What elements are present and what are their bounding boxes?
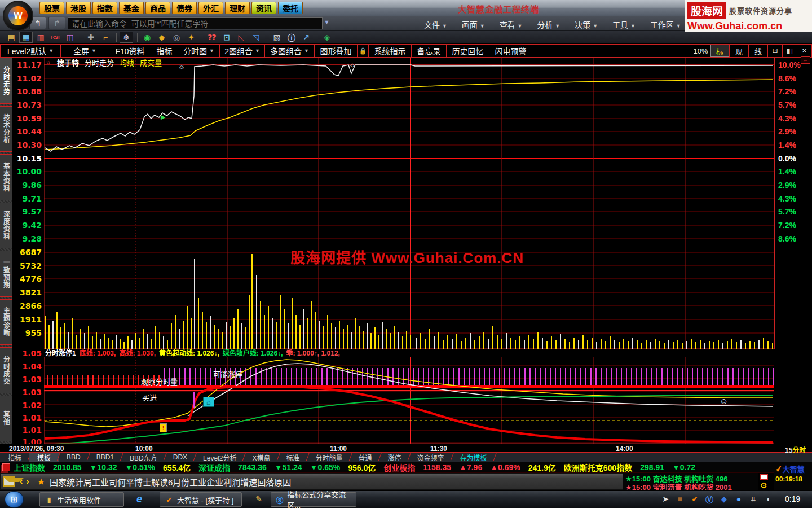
open-folder-icon[interactable]: ▤ xyxy=(5,32,18,43)
traffic-light-icon[interactable]: ◉ xyxy=(140,32,154,43)
warning-icon[interactable]: ◆ xyxy=(155,32,169,43)
taskbar-button-1[interactable]: ✔大智慧 - [搜于特 ] xyxy=(160,492,242,507)
dock-window-button[interactable]: ◧ xyxy=(783,44,797,58)
taskbar-button-2[interactable]: Ⓢ指标公式分享交流区... xyxy=(271,492,356,507)
view-tab-备忘录[interactable]: 备忘录 xyxy=(412,44,447,58)
lock-icon[interactable]: 🔒 xyxy=(358,44,369,58)
chart-question-icon[interactable]: ⁇ xyxy=(205,32,219,43)
indicator-tab-BBD1[interactable]: BBD1 xyxy=(89,453,122,462)
view-tab-分时图[interactable]: 分时图 ▼ xyxy=(178,44,220,58)
chart-mode-线[interactable]: 线 xyxy=(749,44,768,58)
ruler-icon[interactable]: ⌐ xyxy=(99,32,112,43)
v-app-icon[interactable]: Ⓥ xyxy=(704,493,715,505)
market-tab-3[interactable]: 基金 xyxy=(119,2,144,14)
market-tab-0[interactable]: 股票 xyxy=(39,2,64,14)
network-icon[interactable]: ⌗ xyxy=(748,493,759,505)
forward-button[interactable]: ↱ xyxy=(48,17,65,29)
news-ticker[interactable]: ‹ › ★ 国家统计局工业司何平博士解读6月份工业企业利润增速回落原因 xyxy=(0,473,623,490)
snowflake-icon[interactable]: ❄ xyxy=(120,32,133,43)
ie-icon[interactable]: e xyxy=(134,493,145,505)
command-input[interactable] xyxy=(68,17,323,29)
indicator-tab-资金频率[interactable]: 资金频率 xyxy=(409,453,452,462)
axis-corner-icon[interactable]: ← xyxy=(801,56,810,64)
menu-工具[interactable]: 工具 ▼ xyxy=(612,19,636,30)
indicator-tab-涨停[interactable]: 涨停 xyxy=(380,453,409,462)
market-tab-8[interactable]: 资讯 xyxy=(251,2,276,14)
alert-grid-icon[interactable] xyxy=(760,474,768,480)
pointer-icon[interactable]: ➤ xyxy=(660,493,671,505)
set-square-icon[interactable]: ◺ xyxy=(235,32,248,43)
menu-查看[interactable]: 查看 ▼ xyxy=(500,19,523,30)
market-tab-4[interactable]: 商品 xyxy=(145,2,170,14)
market-tab-9[interactable]: 委托 xyxy=(278,2,303,14)
menu-文件[interactable]: 文件 ▼ xyxy=(424,19,447,30)
start-button[interactable]: ⊞ xyxy=(5,491,24,508)
view-tab-系统指示[interactable]: 系统指示 xyxy=(369,44,412,58)
sidebar-item-一致预期[interactable]: 一致预期 xyxy=(0,251,12,297)
command-dropdown-icon[interactable]: ▼ xyxy=(324,19,330,25)
taskbar-button-0[interactable]: ▮生活常用软件 xyxy=(39,492,124,507)
rsi-indicator-icon[interactable]: RSI xyxy=(48,32,62,43)
menu-分析[interactable]: 分析 ▼ xyxy=(537,19,560,30)
market-tab-5[interactable]: 债券 xyxy=(172,2,197,14)
news-next-icon[interactable]: › xyxy=(26,476,29,487)
view-tab-多图组合[interactable]: 多图组合 ▼ xyxy=(265,44,315,58)
chart-panel-icon[interactable]: ▦ xyxy=(19,32,33,43)
binoculars-icon[interactable]: ◎ xyxy=(170,32,183,43)
close-window-button[interactable]: ✕ xyxy=(797,44,812,58)
alert-gear-icon[interactable]: ⚙ xyxy=(760,481,773,490)
sidebar-item-技术分析[interactable]: 技术分析 xyxy=(0,106,12,152)
view-tab-2图组合[interactable]: 2图组合 ▼ xyxy=(220,44,265,58)
trend-up-icon[interactable]: ↗ xyxy=(299,32,313,43)
sidebar-item-主题诊断[interactable]: 主题诊断 xyxy=(0,299,12,345)
info-icon[interactable]: ⓘ xyxy=(285,32,298,43)
indicator-tab-DDX[interactable]: DDX xyxy=(165,453,195,462)
view-tab-全屏[interactable]: 全屏 ▼ xyxy=(61,44,109,58)
indicator-tab-BBD[interactable]: BBD xyxy=(59,453,89,462)
indicator-tab-标准[interactable]: 标准 xyxy=(279,453,308,462)
sidebar-item-分时走势[interactable]: 分时走势 xyxy=(0,58,12,104)
menu-决策[interactable]: 决策 ▼ xyxy=(575,19,598,30)
indicator-tab-模板[interactable]: 模板 xyxy=(29,453,59,462)
candle-chart-icon[interactable]: ◫ xyxy=(63,32,77,43)
indicator-tab-Level2分析[interactable]: Level2分析 xyxy=(195,453,244,462)
set-square2-icon[interactable]: ◹ xyxy=(249,32,263,43)
report-icon[interactable]: ▧ xyxy=(270,32,284,43)
help-diamond-icon[interactable]: ◈ xyxy=(320,32,334,43)
intraday-chart[interactable] xyxy=(44,58,774,349)
speaker-icon[interactable]: ◖ xyxy=(762,493,774,505)
indicator-tab-BBD东方[interactable]: BBD东方 xyxy=(122,453,165,462)
chart-mode-标[interactable]: 标 xyxy=(710,44,730,58)
view-tab-Level2默认[interactable]: Level2默认 ▼ xyxy=(0,44,61,58)
market-tab-1[interactable]: 港股 xyxy=(66,2,91,14)
paintbrush-icon[interactable]: ✎ xyxy=(253,493,264,505)
menu-画面[interactable]: 画面 ▼ xyxy=(462,19,485,30)
restore-window-button[interactable]: ⊡ xyxy=(768,44,783,58)
bar-chart-icon[interactable]: ▥ xyxy=(34,32,47,43)
indicator-tab-指标[interactable]: 指标 xyxy=(0,453,29,462)
indicator-tab-普通[interactable]: 普通 xyxy=(351,453,380,462)
view-tab-图形叠加[interactable]: 图形叠加 xyxy=(315,44,358,58)
bear-app-icon[interactable]: ■ xyxy=(674,493,686,505)
market-tab-6[interactable]: 外汇 xyxy=(198,2,223,14)
view-tab-历史回忆[interactable]: 历史回忆 xyxy=(447,44,489,58)
view-tab-F10资料[interactable]: F10资料 xyxy=(109,44,151,58)
shield-icon[interactable]: ◆ xyxy=(718,493,730,505)
sidebar-item-其他[interactable]: 其他 xyxy=(0,396,12,442)
drop-icon[interactable]: ● xyxy=(733,493,744,505)
monitor-icon[interactable]: ⊡ xyxy=(220,32,233,43)
view-tab-指标[interactable]: 指标 xyxy=(151,44,178,58)
sidebar-item-深度资料[interactable]: 深度资料 xyxy=(0,203,12,249)
indicator-tab-X横盘[interactable]: X横盘 xyxy=(244,453,278,462)
move-tool-icon[interactable]: ✚ xyxy=(84,32,98,43)
indicator-tab-分时能量[interactable]: 分时能量 xyxy=(308,453,351,462)
view-tab-闪电预警[interactable]: 闪电预警 xyxy=(489,44,532,58)
bell-icon[interactable]: ✦ xyxy=(184,32,198,43)
zoom-level-button[interactable]: 10% xyxy=(691,44,710,58)
market-tab-7[interactable]: 理财 xyxy=(225,2,250,14)
chart-mode-现[interactable]: 现 xyxy=(730,44,749,58)
sidebar-item-分时成交[interactable]: 分时成交 xyxy=(0,347,12,393)
menu-工作区[interactable]: 工作区 ▼ xyxy=(650,19,681,30)
dzh-tray-icon[interactable]: ✔ xyxy=(689,493,700,505)
market-tab-2[interactable]: 指数 xyxy=(92,2,117,14)
